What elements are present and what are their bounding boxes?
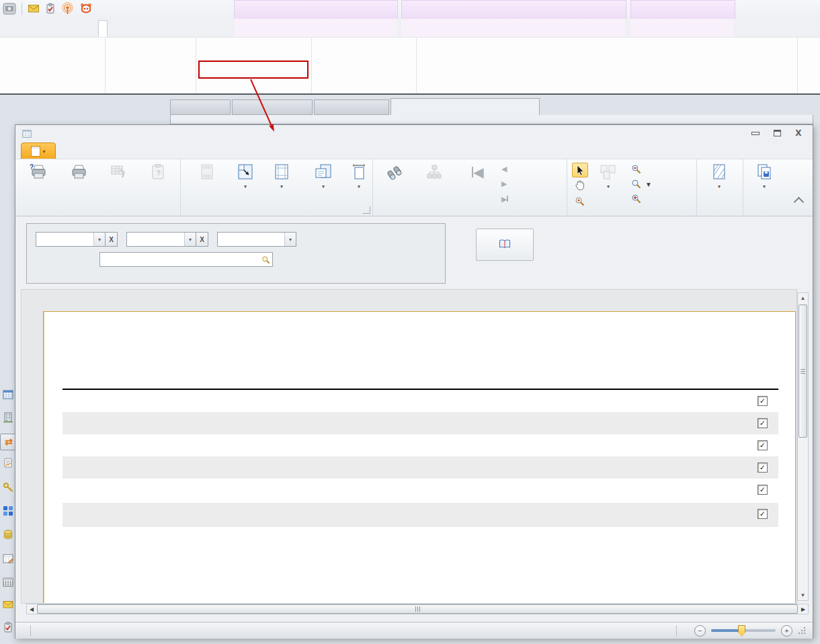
building-icon[interactable] [3, 412, 14, 424]
pointer-tool-button[interactable] [572, 163, 588, 177]
doc-tab-adminet[interactable] [232, 99, 313, 115]
tab-comunidades[interactable] [243, 22, 251, 36]
scroll-up-icon[interactable]: ▲ [798, 293, 808, 303]
ampliacion-button[interactable]: ▾ [631, 179, 651, 189]
tipo-aplicacion-combo[interactable]: ▾ [217, 232, 296, 247]
app-button-icon[interactable] [3, 3, 16, 15]
arrendador-field[interactable] [99, 252, 273, 267]
close-icon[interactable]: X [794, 129, 803, 137]
fecha-fin-combo[interactable]: ▾ [126, 232, 196, 247]
key-icon[interactable] [3, 482, 14, 493]
scroll-left-icon[interactable]: ◀ [27, 604, 36, 614]
acercar-button[interactable] [631, 194, 644, 204]
fondo-pagina-button[interactable]: ▾ [700, 162, 738, 190]
cabecera-pie-button[interactable] [187, 162, 227, 184]
ribbon-tab-bar [0, 19, 820, 37]
restore-icon[interactable] [772, 129, 782, 137]
zoom-region-tool-button[interactable] [572, 194, 587, 208]
planner-icon[interactable] [3, 553, 14, 565]
calendar-icon[interactable] [3, 389, 14, 401]
chevron-down-icon[interactable]: ▾ [184, 233, 196, 246]
hand-tool-button[interactable] [572, 178, 587, 192]
broadcast-icon[interactable] [61, 2, 74, 15]
alejar-button[interactable] [631, 164, 644, 174]
orientacion-button[interactable]: ▾ [302, 162, 344, 190]
zoom-in-icon [631, 194, 641, 204]
tamano-button[interactable]: ▾ [345, 162, 372, 190]
varias-paginas-button[interactable]: ▾ [591, 162, 626, 190]
escala-button[interactable]: ▾ [230, 162, 261, 190]
context-tint [401, 19, 625, 37]
minimize-icon[interactable] [751, 129, 760, 137]
mapa-documento-button[interactable] [411, 162, 457, 184]
zoom-slider[interactable] [711, 629, 776, 632]
tasks-icon[interactable] [45, 3, 56, 14]
separator [676, 625, 677, 636]
annotation-highlight-box [198, 61, 309, 79]
preview-viewport[interactable]: ✓ ✓ [21, 289, 797, 604]
doc-tab-arrendadores[interactable] [314, 99, 389, 115]
parametros-button[interactable]: ? [138, 162, 178, 184]
scrollbar-thumb[interactable] [37, 604, 798, 614]
chevron-down-icon[interactable]: ▾ [284, 233, 296, 246]
zoom-in-button[interactable]: + [781, 625, 792, 637]
tab-impuestos[interactable] [44, 22, 52, 36]
zoom-out-button[interactable]: − [694, 625, 706, 637]
tab-soporte[interactable] [696, 22, 704, 36]
doc-tab-calendario[interactable] [170, 99, 231, 115]
horizontal-scrollbar[interactable]: ◀ ▶ [26, 604, 809, 614]
dialog-launcher-icon[interactable] [363, 206, 370, 214]
zoom-slider-thumb[interactable] [738, 625, 745, 637]
report-icon[interactable] [3, 458, 14, 469]
tab-configuracion-personal[interactable] [144, 22, 152, 36]
dialog-title-bar[interactable]: X [15, 125, 813, 143]
coins-icon[interactable] [3, 529, 14, 540]
tab-plantillas-de-texto[interactable] [557, 22, 565, 36]
toolbar-group-ampliacion: ▾ ▾ [567, 159, 697, 216]
mail-icon[interactable] [3, 600, 14, 611]
collapse-toolbar-icon[interactable] [794, 197, 805, 208]
pagina-anterior-button[interactable]: ◀ [501, 165, 509, 173]
chevron-down-icon: ▾ [280, 184, 283, 190]
search-icon[interactable] [259, 253, 272, 266]
clear-fecha-fin-button[interactable]: X [196, 232, 208, 247]
application-menu-button[interactable]: ▾ [21, 143, 56, 160]
hand-icon [575, 179, 585, 190]
sitemap-icon [425, 162, 443, 182]
resize-grip[interactable] [798, 627, 806, 635]
arrendador-input[interactable] [100, 253, 259, 266]
imprimir-button[interactable]: ? [21, 162, 56, 184]
primera-pagina-button[interactable]: ◀ [461, 162, 495, 184]
ver-informe-button[interactable] [476, 229, 534, 261]
tab-alquileres[interactable] [300, 22, 308, 36]
clear-fecha-inicio-button[interactable]: X [106, 232, 118, 247]
pagina-siguiente-button[interactable]: ▶ [501, 180, 509, 188]
margenes-button[interactable]: ▾ [262, 162, 301, 190]
doc-tab-inquilinos-activos[interactable] [391, 98, 540, 116]
month-grid-icon[interactable] [3, 577, 14, 588]
mail-icon[interactable] [28, 3, 40, 13]
opciones-button[interactable] [101, 162, 136, 184]
scrollbar-thumb[interactable] [798, 305, 807, 438]
modules-icon[interactable] [3, 506, 14, 517]
scroll-down-icon[interactable]: ▼ [798, 590, 808, 600]
tab-principal[interactable] [5, 22, 13, 36]
exportar-button[interactable]: ▾ [748, 162, 780, 190]
tab-datos-basicos[interactable] [492, 22, 500, 36]
vertical-scrollbar[interactable]: ▲ ▼ [797, 292, 809, 601]
tasks-icon[interactable] [3, 622, 14, 633]
ultima-pagina-button[interactable]: ▶ [501, 195, 511, 203]
tab-herramientas[interactable] [633, 22, 641, 36]
chevron-down-icon[interactable]: ▾ [93, 233, 105, 246]
tab-mi-empresa[interactable] [344, 22, 352, 36]
impresion-rapida-button[interactable] [57, 162, 100, 184]
table-row: ✓ [63, 390, 778, 412]
scroll-right-icon[interactable]: ▶ [798, 604, 808, 614]
multi-pages-icon [598, 162, 618, 182]
tab-configuracion-general[interactable] [409, 22, 417, 36]
tab-informes[interactable] [98, 20, 108, 38]
ribbon-body [0, 37, 820, 94]
buscar-button[interactable] [378, 162, 410, 184]
robot-icon[interactable] [79, 3, 93, 15]
fecha-inicio-combo[interactable]: ▾ [36, 232, 106, 247]
